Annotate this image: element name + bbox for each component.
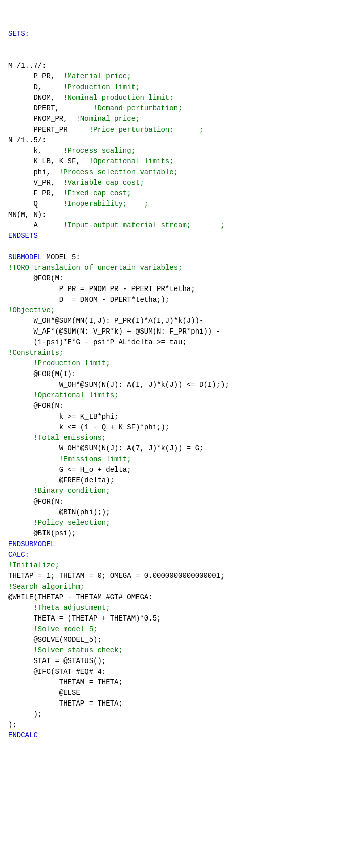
comment-phi: !Process selection variable; (59, 168, 178, 176)
comment-initialize: !Initialize; (8, 561, 59, 569)
comment-dpert: !Demand perturbation; (93, 104, 182, 112)
comment-binary: !Binary condition; (33, 487, 110, 495)
comment-theta-adj: !Theta adjustment; (33, 604, 110, 612)
endcalc-keyword: ENDCALC (8, 731, 38, 739)
comment-op-limits: !Operational limits; (33, 391, 118, 399)
comment-pnom: !Nominal price; (76, 115, 140, 123)
comment-a: !Input-output material stream; ; (63, 221, 225, 229)
code-container: SETS: M /1..7/: P_PR, !Material price; D… (8, 5, 347, 741)
comment-objective: !Objective; (8, 306, 55, 314)
comment-search: !Search algorithm; (8, 583, 84, 591)
comment-dnom: !Nominal production limit; (63, 94, 173, 102)
comment-k: !Process scaling; (63, 147, 136, 155)
comment-solver-status: !Solver status check; (33, 646, 122, 654)
endsubmodel-keyword: ENDSUBMODEL (8, 540, 55, 548)
comment-solve-model: !Solve model 5; (33, 625, 97, 633)
calc-keyword: CALC: (8, 551, 29, 559)
comment-klb: !Operational limits; (89, 157, 174, 166)
separator-line (8, 16, 109, 16)
sets-keyword: SETS: (8, 30, 29, 38)
comment-ppert: !Price perturbation; ; (89, 126, 204, 134)
comment-toro: !TORO translation of uncertain variables… (8, 264, 182, 272)
comment-prod-limit: !Production limit; (33, 359, 110, 367)
comment-vpr: !Variable cap cost; (63, 179, 144, 187)
comment-fpr: !Fixed cap cost; (63, 189, 131, 197)
comment-ppr: !Material price; (63, 72, 131, 80)
comment-q: !Inoperability; ; (63, 200, 148, 208)
comment-emit-limit: !Emissions limit; (59, 455, 131, 463)
comment-d: !Production limit; (63, 83, 140, 91)
comment-total-emit: !Total emissions; (33, 434, 106, 442)
comment-policy: !Policy selection; (33, 519, 110, 527)
submodel-keyword: SUBMODEL (8, 253, 42, 261)
endsets-keyword: ENDSETS (8, 232, 38, 240)
comment-constraints: !Constraints; (8, 349, 63, 357)
